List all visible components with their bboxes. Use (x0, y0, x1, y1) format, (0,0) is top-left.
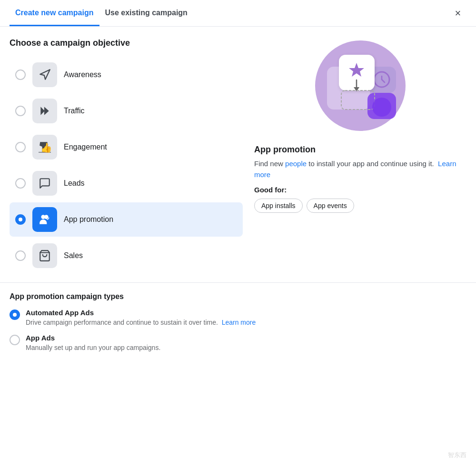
radio-app-promotion[interactable] (15, 214, 26, 225)
svg-point-2 (44, 215, 49, 219)
radio-app-ads[interactable] (10, 335, 20, 345)
radio-traffic[interactable] (15, 106, 26, 116)
objective-icon-app-promotion (32, 207, 57, 232)
badge-app-events: App events (307, 199, 354, 213)
objective-icon-traffic (32, 99, 57, 123)
app-ads-label: App Ads (26, 334, 160, 342)
campaign-type-text-automated: Automated App Ads Drive campaign perform… (26, 309, 256, 326)
objective-item-sales[interactable]: Sales (10, 239, 243, 273)
radio-leads[interactable] (15, 178, 26, 189)
campaign-type-app-ads[interactable]: App Ads Manually set up and run your app… (10, 334, 466, 351)
tab-use-existing-campaign[interactable]: Use existing campaign (99, 1, 193, 26)
tab-create-new-campaign[interactable]: Create new campaign (10, 1, 99, 26)
svg-text:👍: 👍 (40, 142, 51, 153)
badge-app-installs: App installs (254, 199, 303, 213)
app-ads-desc: Manually set up and run your app campaig… (26, 344, 160, 351)
objective-icon-awareness (32, 62, 57, 87)
svg-point-16 (372, 98, 391, 117)
desc-text-after: to install your app and continue using i… (307, 160, 434, 168)
radio-sales[interactable] (15, 250, 26, 261)
main-content: Choose a campaign objective Awareness (0, 27, 476, 282)
good-for-label: Good for: (254, 186, 466, 194)
preview-title: App promotion (254, 145, 466, 155)
watermark: 智东西 (448, 451, 466, 459)
automated-app-ads-desc: Drive campaign performance and continue … (26, 319, 256, 326)
objective-item-traffic[interactable]: Traffic (10, 94, 243, 128)
right-panel: App promotion Find new people to install… (254, 38, 466, 273)
radio-automated-app-ads[interactable] (10, 309, 20, 320)
preview-description-block: App promotion Find new people to install… (254, 145, 466, 213)
bottom-section: App promotion campaign types Automated A… (0, 282, 476, 370)
objective-item-leads[interactable]: Leads (10, 166, 243, 200)
objective-item-awareness[interactable]: Awareness (10, 58, 243, 92)
objective-icon-engagement: 👍 (32, 135, 57, 160)
section-title: Choose a campaign objective (10, 38, 243, 48)
objective-list: Awareness Traffic � (10, 58, 243, 273)
preview-description: Find new people to install your app and … (254, 159, 466, 180)
radio-engagement[interactable] (15, 142, 26, 152)
campaign-type-automated[interactable]: Automated App Ads Drive campaign perform… (10, 309, 466, 326)
badges-container: App installs App events (254, 199, 466, 213)
close-button[interactable]: × (449, 5, 466, 22)
objective-label-sales: Sales (64, 251, 83, 260)
radio-awareness[interactable] (15, 70, 26, 80)
objective-item-app-promotion[interactable]: App promotion (10, 202, 243, 237)
desc-text-before: Find new (254, 160, 285, 168)
objective-label-awareness: Awareness (64, 70, 101, 79)
campaign-type-text-app-ads: App Ads Manually set up and run your app… (26, 334, 160, 351)
automated-learn-more[interactable]: Learn more (222, 319, 256, 326)
automated-app-ads-label: Automated App Ads (26, 309, 256, 317)
objective-icon-leads (32, 171, 57, 196)
objective-label-traffic: Traffic (64, 107, 85, 115)
objective-item-engagement[interactable]: 👍 Engagement (10, 130, 243, 164)
desc-link-people[interactable]: people (285, 160, 307, 168)
app-ads-desc-text: Manually set up and run your app campaig… (26, 344, 160, 351)
objective-label-engagement: Engagement (64, 143, 107, 151)
app-promotion-illustration (313, 38, 408, 133)
automated-desc-text: Drive campaign performance and continue … (26, 319, 218, 326)
left-panel: Choose a campaign objective Awareness (10, 38, 243, 273)
objective-label-app-promotion: App promotion (64, 215, 113, 224)
objective-icon-sales (32, 243, 57, 268)
bottom-section-title: App promotion campaign types (10, 292, 466, 301)
dialog-header: Create new campaign Use existing campaig… (0, 0, 476, 27)
objective-label-leads: Leads (64, 179, 85, 188)
